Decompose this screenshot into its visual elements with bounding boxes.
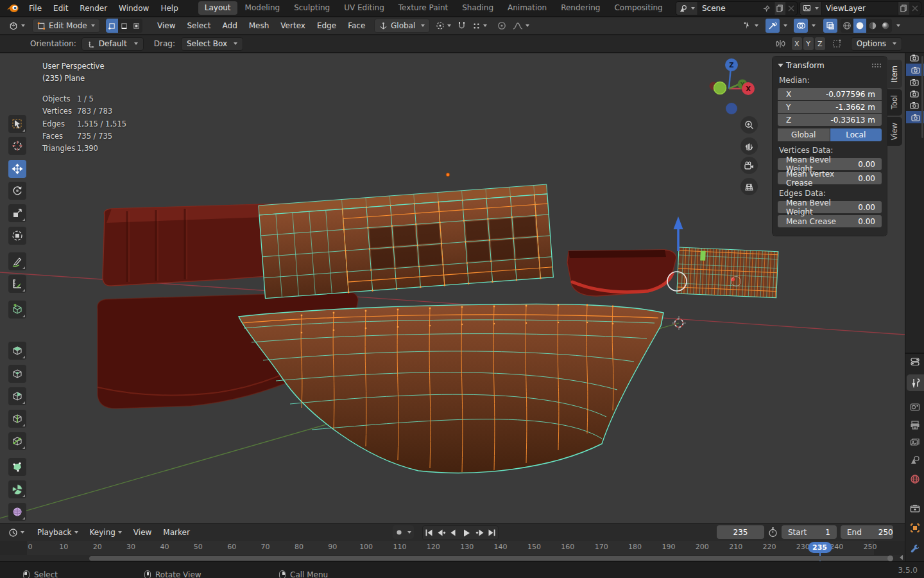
viewlayer-new-button[interactable]	[898, 2, 909, 15]
properties-tab-editor-type[interactable]	[905, 353, 924, 370]
timeline-scrollbar[interactable]	[89, 556, 893, 561]
navigation-gizmo[interactable]: Y Z X	[699, 55, 764, 119]
properties-tab-world[interactable]	[905, 471, 924, 487]
panel-grip-icon[interactable]	[871, 63, 882, 68]
frame-end-field[interactable]: End250	[841, 525, 893, 539]
show-overlays-toggle[interactable]	[794, 19, 808, 33]
snap-base-icon[interactable]	[832, 39, 843, 49]
properties-tab-render[interactable]	[905, 399, 924, 416]
axis-neg-y-ball[interactable]	[714, 82, 726, 94]
edge-data-field[interactable]: Mean Bevel Weight0.00	[778, 201, 882, 213]
properties-tab-object[interactable]	[905, 520, 924, 536]
transform-orientation-dropdown[interactable]: Global	[374, 19, 430, 33]
scene-name-field[interactable]: Scene	[698, 4, 774, 13]
show-gizmo-toggle[interactable]	[766, 19, 780, 33]
sidebar-tab[interactable]: View	[887, 117, 902, 146]
outliner-camera-toggle[interactable]	[906, 51, 923, 64]
edge-data-field[interactable]: Mean Crease0.00	[778, 215, 882, 227]
scene-new-button[interactable]	[774, 2, 785, 15]
vertex-select-mode-button[interactable]	[106, 19, 118, 33]
proportional-falloff-dropdown[interactable]	[509, 19, 533, 33]
move-tool-button[interactable]	[8, 160, 26, 178]
selected-right-piece-mesh[interactable]	[677, 247, 778, 298]
rendered-shading-button[interactable]	[879, 19, 892, 33]
mirror-axis-button[interactable]: X	[792, 37, 802, 50]
annotate-tool-button[interactable]	[8, 252, 26, 270]
topbar-menu[interactable]: Window	[113, 1, 155, 15]
workspace-tab[interactable]: Animation	[501, 1, 553, 15]
jump-to-end-button[interactable]	[486, 526, 498, 539]
auto-key-button[interactable]	[393, 525, 405, 539]
snap-target-dropdown[interactable]	[469, 19, 490, 33]
object-type-visibility-dropdown[interactable]	[739, 19, 762, 33]
workspace-tab[interactable]: Texture Paint	[392, 1, 454, 15]
outliner-camera-toggle[interactable]	[906, 76, 923, 88]
extrude-region-tool-button[interactable]	[8, 342, 26, 360]
playhead[interactable]: 235	[808, 542, 832, 553]
outliner-camera-toggle[interactable]	[906, 99, 923, 111]
viewport-menu[interactable]: Edge	[311, 19, 342, 33]
mirror-axis-button[interactable]: Z	[815, 37, 825, 50]
mirror-axis-button[interactable]: Y	[803, 37, 814, 50]
overlays-dropdown[interactable]	[808, 19, 817, 33]
xray-toggle[interactable]	[823, 19, 837, 33]
zoom-button[interactable]	[740, 116, 758, 134]
rotate-tool-button[interactable]	[8, 182, 26, 200]
tweak-tool-button[interactable]	[8, 115, 26, 133]
viewport-menu[interactable]: Mesh	[243, 19, 275, 33]
inset-faces-tool-button[interactable]	[8, 365, 26, 383]
topbar-menu[interactable]: File	[23, 1, 47, 15]
orthographic-toggle-button[interactable]	[740, 178, 758, 195]
outliner-scrollbar[interactable]	[921, 56, 923, 138]
scene-browse-button[interactable]	[676, 2, 698, 15]
jump-to-start-button[interactable]	[423, 526, 435, 539]
mirror-icon[interactable]	[775, 39, 787, 49]
options-dropdown[interactable]: Options	[851, 37, 902, 51]
topbar-menu[interactable]: Help	[155, 1, 184, 15]
properties-tab-view-layer[interactable]	[905, 434, 924, 451]
loop-cut-tool-button[interactable]	[8, 410, 26, 428]
current-frame-field[interactable]: 235	[717, 525, 764, 539]
selected-hull-mesh[interactable]	[239, 304, 663, 473]
properties-tab-modifiers[interactable]	[905, 540, 924, 557]
orientation-dropdown[interactable]: Default	[81, 37, 144, 51]
topbar-menu[interactable]: Edit	[47, 1, 74, 15]
solid-shading-button[interactable]	[853, 19, 866, 33]
viewlayer-name-field[interactable]: ViewLayer	[822, 4, 898, 13]
pin-icon[interactable]	[763, 5, 770, 12]
gizmo-z-arrow[interactable]	[674, 216, 683, 251]
sidebar-tab[interactable]: Tool	[887, 89, 902, 115]
play-button[interactable]	[459, 526, 474, 539]
timeline-menu[interactable]: Playback	[31, 525, 84, 539]
properties-tab-scene[interactable]	[905, 451, 924, 468]
timeline-menu[interactable]: Keying	[84, 525, 128, 539]
sidebar-tab[interactable]: Item	[887, 60, 902, 88]
space-toggle-button[interactable]: Global	[778, 128, 830, 141]
median-value-field[interactable]: Y-1.3662 m	[778, 101, 882, 113]
pan-button[interactable]	[740, 137, 758, 155]
poly-build-tool-button[interactable]	[8, 458, 26, 476]
median-value-field[interactable]: X-0.077596 m	[778, 88, 882, 100]
editor-type-button[interactable]	[5, 19, 28, 33]
camera-view-button[interactable]	[740, 157, 758, 174]
axis-neg-z-ball[interactable]	[726, 103, 737, 114]
next-keyframe-button[interactable]	[474, 526, 486, 539]
outliner-camera-toggle[interactable]	[906, 87, 923, 100]
auto-key-dropdown[interactable]	[405, 525, 414, 539]
bevel-tool-button[interactable]	[8, 387, 26, 405]
viewport-menu[interactable]: Select	[181, 19, 216, 33]
timeline-editor-type-button[interactable]	[5, 525, 28, 539]
timeline-collapse-arrow[interactable]	[900, 555, 903, 560]
pivot-point-dropdown[interactable]	[432, 19, 454, 33]
space-toggle-button[interactable]: Local	[830, 128, 882, 141]
measure-tool-button[interactable]	[8, 275, 26, 293]
vertex-data-field[interactable]: Mean Bevel Weight0.00	[778, 158, 882, 170]
timeline-menu[interactable]: Marker	[157, 525, 195, 539]
edge-select-mode-button[interactable]	[118, 19, 130, 33]
viewport-menu[interactable]: Face	[342, 19, 371, 33]
3d-viewport[interactable]: User Perspective (235) Plane Objects1 / …	[0, 53, 905, 523]
properties-tab-output[interactable]	[905, 417, 924, 434]
workspace-tab[interactable]: Modeling	[239, 1, 287, 15]
transform-tool-button[interactable]	[8, 227, 26, 245]
gizmo-dropdown[interactable]	[780, 19, 789, 33]
